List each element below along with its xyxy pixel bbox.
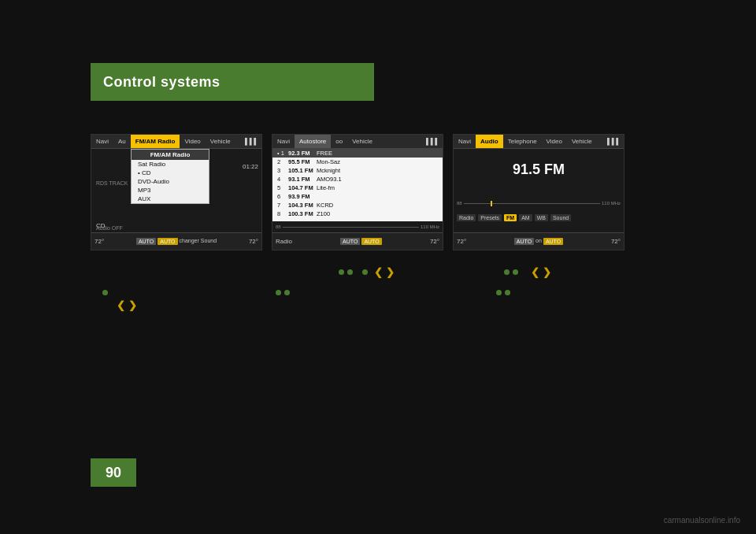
sc1-dropdown-dvd: DVD-Audio — [132, 177, 209, 186]
bracket-right-1: ❯ — [386, 266, 395, 278]
sc2-btn-auto2: AUTO — [361, 238, 381, 245]
screenshot-2: Navi Autostore oo Vehicle ▌▌▌ • 192.3 FM… — [272, 134, 443, 250]
dot-green-2 — [347, 269, 353, 275]
sc1-nav-audio: Au — [113, 135, 131, 148]
sc2-nav: Navi Autostore oo Vehicle ▌▌▌ — [272, 135, 443, 149]
dot-green-9 — [496, 290, 502, 295]
sc1-time: 01:22 — [243, 163, 258, 170]
sc1-track-info: RDS TRACK — [96, 180, 128, 186]
dot-green-10 — [505, 290, 510, 295]
sc3-tabs-row: Radio Presets FM AM WB Sound — [454, 210, 624, 224]
sc1-nav-navi: Navi — [91, 135, 113, 148]
sc3-tab-fm: FM — [504, 214, 517, 221]
dot-green-4 — [504, 269, 510, 275]
header-title: Control systems — [103, 74, 220, 91]
sc3-tab-am: AM — [519, 214, 532, 221]
sc2-radio-label: Radio — [276, 238, 292, 245]
annotation-row2-left-arrows: ❮ ❯ — [117, 299, 137, 311]
annotation-row2-center — [276, 290, 290, 295]
sc1-nav: Navi Au FM/AM Radio Video Vehicle ▌▌▌ — [91, 135, 261, 149]
annotation-row2-left — [102, 290, 108, 295]
dot-green-3 — [362, 269, 368, 275]
sc3-freq-bar: 88 110 MHz — [454, 198, 624, 209]
sc1-btn-auto1: AUTO — [136, 238, 156, 245]
sc3-nav-vehicle: Vehicle — [567, 135, 597, 148]
annotation-row1-right: ❮ ❯ — [504, 266, 551, 278]
sc2-nav-navi: Navi — [272, 135, 295, 148]
dot-green-7 — [276, 290, 281, 295]
sc2-station-1: • 192.3 FMFREE — [272, 149, 443, 158]
dot-green-1 — [339, 269, 344, 275]
bracket-right-3: ❯ — [128, 299, 137, 311]
sc3-freq-indicator — [491, 201, 492, 206]
sc1-nav-vehicle: Vehicle — [206, 135, 235, 148]
sc1-btn-auto2: AUTO — [158, 238, 177, 245]
sc3-tab-radio: Radio — [457, 214, 476, 221]
sc3-nav-audio: Audio — [476, 135, 503, 148]
page-background: Control systems Navi Au FM/AM Radio Vide… — [0, 0, 756, 534]
footer-watermark: carmanualsonline.info — [664, 516, 740, 525]
sc2-nav-vehicle: Vehicle — [347, 135, 377, 148]
sc1-bottom-temp-left: 72° — [94, 238, 104, 245]
sc1-nav-video: Video — [180, 135, 205, 148]
sc1-bottom-temp-right: 72° — [249, 238, 258, 245]
sc3-tab-sound: Sound — [550, 214, 571, 221]
bracket-right-2: ❯ — [543, 266, 551, 278]
sc1-dropdown-mp3: MP3 — [132, 186, 209, 195]
header-bar: Control systems — [91, 63, 374, 101]
sc2-nav-oo: oo — [331, 135, 347, 148]
sc2-station-6: 693.9 FM — [272, 192, 443, 201]
screenshot-1: Navi Au FM/AM Radio Video Vehicle ▌▌▌ 01… — [91, 134, 262, 250]
sc2-freq-scale-bar: 88 110 MHz — [272, 221, 443, 232]
sc3-signal-icon: ▌▌▌ — [607, 138, 621, 145]
sc1-dropdown-cd: CD — [132, 169, 209, 177]
sc2-btn-auto: AUTO — [340, 238, 360, 245]
sc2-bottom: Radio AUTO AUTO 72° — [272, 232, 443, 250]
screenshot-3: Navi Audio Telephone Video Vehicle ▌▌▌ 9… — [453, 134, 624, 250]
page-number-text: 90 — [106, 465, 121, 481]
sc1-bottom-center: AUTO AUTO changer Sound — [104, 238, 249, 245]
sc2-freq-88: 88 — [276, 224, 281, 229]
sc1-bottom: 72° AUTO AUTO changer Sound 72° — [91, 232, 261, 250]
sc3-bottom: 72° AUTO on AUTO 72° — [454, 232, 624, 250]
sc3-body: 91.5 FM 88 110 MHz Radio Presets FM AM W… — [454, 149, 624, 232]
sc1-dropdown-header: FM/AM Radio — [132, 150, 209, 160]
sc3-bottom-temp-left: 72° — [457, 238, 466, 245]
sc1-audio-off: Audio OFF — [96, 225, 123, 231]
sc3-freq-line — [464, 203, 600, 204]
sc3-bottom-temp-right: 72° — [611, 238, 621, 245]
sc2-station-8: 8100.3 FMZ100 — [272, 210, 443, 218]
sc3-freq-display: 91.5 FM — [454, 161, 624, 178]
page-number: 90 — [91, 458, 136, 487]
bracket-left-1: ❮ — [374, 266, 383, 278]
sc3-freq-88: 88 — [457, 201, 462, 206]
sc1-signal-icon: ▌▌▌ — [245, 138, 258, 145]
sc2-station-2: 295.5 FMMon-Saz — [272, 158, 443, 166]
sc3-on-label: on — [536, 238, 542, 245]
sc2-station-3: 3105.1 FMMcknight — [272, 166, 443, 175]
sc1-nav-fmam: FM/AM Radio — [131, 135, 180, 148]
sc2-freq-line — [283, 227, 419, 228]
bracket-left-3: ❮ — [117, 299, 125, 311]
sc3-nav-navi: Navi — [454, 135, 476, 148]
sc3-nav: Navi Audio Telephone Video Vehicle ▌▌▌ — [454, 135, 624, 149]
sc1-sound: Sound — [201, 238, 217, 245]
dot-green-6 — [102, 290, 108, 295]
dot-green-8 — [284, 290, 290, 295]
dot-green-5 — [513, 269, 518, 275]
sc2-bottom-center: AUTO AUTO — [292, 238, 430, 245]
sc3-freq-110: 110 MHz — [602, 201, 621, 206]
sc2-station-4: 493.1 FMAMO93.1 — [272, 175, 443, 184]
sc2-bottom-temp: 72° — [430, 238, 439, 245]
sc2-nav-autostore: Autostore — [295, 135, 331, 148]
sc1-dropdown-aux: AUX — [132, 195, 209, 203]
sc3-nav-telephone: Telephone — [503, 135, 542, 148]
sc2-freq-110: 110 MHz — [421, 224, 439, 229]
annotation-row1-center: ❮ ❯ — [339, 266, 395, 278]
sc1-dropdown-sat: Sat Radio — [132, 160, 209, 169]
sc1-dropdown: FM/AM Radio Sat Radio CD DVD-Audio MP3 A… — [131, 149, 209, 204]
sc2-station-5: 5104.7 FMLite-fm — [272, 184, 443, 192]
sc2-autostore-body: • 192.3 FMFREE 295.5 FMMon-Saz 3105.1 FM… — [272, 149, 443, 232]
screenshots-row: Navi Au FM/AM Radio Video Vehicle ▌▌▌ 01… — [91, 134, 624, 250]
annotation-row2-right — [496, 290, 510, 295]
